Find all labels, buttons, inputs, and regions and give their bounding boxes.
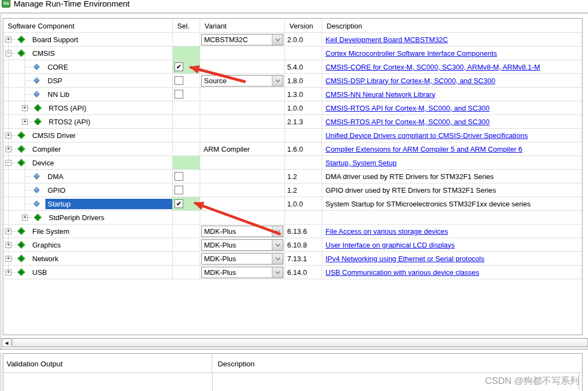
- variant-cell: [200, 129, 285, 142]
- window-titlebar: Vs Manage Run-Time Environment: [2, 0, 130, 9]
- component-label[interactable]: RTOS2 (API): [46, 117, 92, 127]
- expander-plus-icon[interactable]: +: [5, 133, 11, 139]
- uvision-app-icon: Vs: [2, 0, 10, 8]
- component-label[interactable]: CORE: [45, 62, 71, 72]
- component-row: +RTOS2 (API)2.1.3CMSIS-RTOS API for Cort…: [3, 115, 582, 129]
- component-row: DSPSource1.8.0CMSIS-DSP Library for Cort…: [3, 74, 582, 88]
- combo-dropdown-button[interactable]: [272, 34, 283, 45]
- component-label[interactable]: DSP: [45, 76, 65, 86]
- description-link[interactable]: IPv4 Networking using Ethernet or Serial…: [325, 255, 484, 263]
- tree-guide-stub: [28, 122, 32, 122]
- grid-header-row: Software Component Sel. Variant Version …: [3, 19, 582, 33]
- component-cell: DSP: [3, 74, 173, 88]
- component-label[interactable]: GPIO: [45, 185, 68, 196]
- description-link[interactable]: CMSIS-CORE for Cortex-M, SC000, SC300, A…: [325, 63, 540, 71]
- component-row: −CMSISCortex Microcontroller Software In…: [3, 47, 582, 60]
- combo-dropdown-button[interactable]: [272, 254, 283, 264]
- column-header-validation-output: Validation Output: [3, 354, 212, 372]
- component-label[interactable]: Graphics: [30, 240, 63, 250]
- component-label[interactable]: Network: [30, 254, 61, 264]
- component-label[interactable]: Startup: [45, 199, 172, 209]
- sel-checkbox-unchecked[interactable]: [174, 172, 183, 181]
- component-label[interactable]: Compiler: [30, 144, 63, 154]
- variant-combobox[interactable]: MDK-Plus: [201, 267, 283, 278]
- description-link[interactable]: Cortex Microcontroller Software Interfac…: [325, 49, 497, 58]
- sel-checkbox-unchecked[interactable]: [174, 186, 183, 194]
- component-label[interactable]: NN Lib: [45, 89, 72, 100]
- description-link[interactable]: User Interface on graphical LCD displays: [325, 241, 455, 249]
- component-cell: +Board Support: [3, 33, 173, 47]
- sel-checkbox-unchecked[interactable]: [174, 76, 183, 85]
- component-cell: GPIO: [3, 183, 173, 197]
- component-label[interactable]: Device: [30, 158, 56, 168]
- variant-combobox[interactable]: MCBSTM32C: [201, 34, 283, 45]
- panel-splitter[interactable]: [0, 349, 588, 353]
- scrollbar-thumb[interactable]: [13, 338, 588, 347]
- version-cell: 5.4.0: [285, 60, 322, 74]
- version-cell: 6.10.8: [285, 238, 322, 252]
- description-cell: CMSIS-CORE for Cortex-M, SC000, SC300, A…: [322, 60, 582, 74]
- description-link[interactable]: Compiler Extensions for ARM Compiler 5 a…: [325, 145, 522, 153]
- expander-plus-icon[interactable]: +: [5, 146, 11, 152]
- expander-plus-icon[interactable]: +: [5, 228, 11, 234]
- expander-plus-icon[interactable]: +: [5, 256, 11, 262]
- version-text: 6.14.0: [287, 268, 307, 277]
- sel-cell: [173, 252, 200, 266]
- sel-checkbox-unchecked[interactable]: [174, 90, 183, 99]
- expander-plus-icon[interactable]: +: [22, 215, 28, 221]
- expander-plus-icon[interactable]: +: [5, 269, 11, 275]
- component-label[interactable]: USB: [30, 267, 49, 278]
- component-label[interactable]: RTOS (API): [46, 103, 89, 113]
- description-link[interactable]: CMSIS-NN Neural Network Library: [325, 90, 435, 99]
- sel-checkbox-checked[interactable]: ✔: [174, 62, 183, 71]
- column-header-software-component: Software Component: [3, 19, 173, 32]
- variant-cell: [200, 47, 285, 60]
- description-link[interactable]: CMSIS-RTOS API for Cortex-M, SC000, and …: [325, 104, 490, 112]
- description-cell: [322, 211, 582, 225]
- expander-plus-icon[interactable]: +: [5, 242, 11, 248]
- expander-minus-icon[interactable]: −: [5, 160, 11, 166]
- component-icon-blue-diamond: [32, 76, 41, 85]
- combo-dropdown-button[interactable]: [272, 76, 283, 86]
- combo-dropdown-button[interactable]: [272, 240, 283, 250]
- description-link[interactable]: Unified Device Drivers compliant to CMSI…: [325, 131, 528, 140]
- component-icon-blue-diamond: [32, 90, 41, 99]
- component-icon-green-diamond: [17, 158, 26, 167]
- combo-dropdown-button[interactable]: [272, 226, 283, 237]
- description-link[interactable]: CMSIS-RTOS API for Cortex-M, SC000, and …: [325, 118, 490, 126]
- description-link[interactable]: File Access on various storage devices: [325, 227, 448, 235]
- sel-checkbox-checked[interactable]: ✔: [174, 199, 183, 208]
- tree-guide-stub: [11, 272, 16, 273]
- variant-combobox[interactable]: MDK-Plus: [201, 239, 283, 251]
- component-label[interactable]: StdPeriph Drivers: [46, 212, 107, 223]
- sel-cell: [173, 47, 200, 60]
- variant-combobox[interactable]: MDK-Plus: [201, 253, 283, 264]
- version-cell: [285, 129, 322, 142]
- tree-guide-stub: [11, 135, 16, 136]
- description-link[interactable]: Keil Development Board MCBSTM32C: [325, 36, 448, 44]
- expander-minus-icon[interactable]: −: [5, 50, 11, 56]
- horizontal-scrollbar[interactable]: ◀: [2, 338, 588, 347]
- component-icon-green-diamond: [17, 254, 26, 263]
- description-link[interactable]: Startup, System Setup: [325, 159, 397, 167]
- component-label[interactable]: CMSIS Driver: [30, 130, 78, 141]
- description-link[interactable]: USB Communication with various device cl…: [325, 268, 479, 277]
- combo-dropdown-button[interactable]: [272, 267, 283, 278]
- version-cell: 6.14.0: [285, 266, 322, 279]
- description-link[interactable]: CMSIS-DSP Library for Cortex-M, SC000, a…: [325, 77, 495, 85]
- component-label[interactable]: File System: [30, 226, 72, 237]
- variant-combobox[interactable]: MDK-Plus: [201, 226, 283, 237]
- expander-plus-icon[interactable]: +: [22, 105, 28, 111]
- scroll-left-button[interactable]: ◀: [2, 338, 11, 347]
- expander-plus-icon[interactable]: +: [22, 119, 28, 125]
- window-title: Manage Run-Time Environment: [14, 0, 130, 8]
- expander-plus-icon[interactable]: +: [5, 37, 11, 43]
- tree-guide-stub: [25, 190, 31, 191]
- component-label[interactable]: CMSIS: [30, 48, 57, 59]
- component-label[interactable]: Board Support: [30, 34, 80, 45]
- component-icon-green-diamond: [17, 240, 26, 249]
- validation-header-row: Validation Output Description: [3, 354, 582, 373]
- component-label[interactable]: DMA: [45, 171, 66, 182]
- variant-combobox[interactable]: Source: [201, 75, 283, 87]
- version-text: 7.13.1: [287, 255, 307, 263]
